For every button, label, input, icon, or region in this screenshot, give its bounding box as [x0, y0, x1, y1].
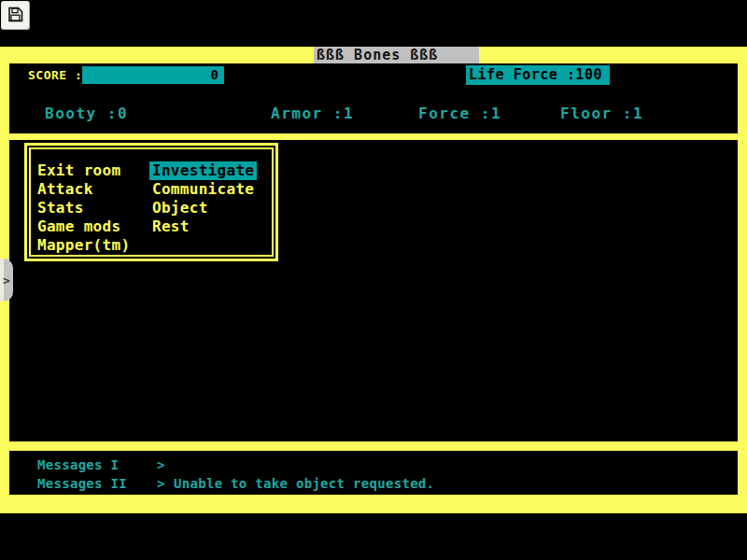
menu-item-rest[interactable]: Rest: [152, 217, 257, 236]
message-1-prompt: >: [157, 457, 165, 472]
message-2-text: Unable to take object requested.: [174, 476, 434, 491]
action-menu: Exit room Attack Stats Game mods Mapper(…: [24, 143, 278, 261]
life-force-badge: Life Force :100: [466, 65, 610, 85]
score-label: SCORE :: [28, 68, 82, 82]
menu-item-exit-room[interactable]: Exit room: [37, 161, 130, 180]
game-area-panel: Exit room Attack Stats Game mods Mapper(…: [9, 140, 738, 441]
menu-item-communicate[interactable]: Communicate: [152, 180, 257, 199]
game-frame: ßßß Bones ßßß SCORE : 0 Life Force :100 …: [0, 47, 747, 513]
stat-floor: Floor :1: [560, 105, 643, 122]
save-button[interactable]: [1, 1, 30, 30]
score-value: 0: [211, 67, 218, 82]
message-1-label: Messages I: [37, 457, 119, 472]
action-menu-border: Exit room Attack Stats Game mods Mapper(…: [29, 147, 274, 257]
stat-booty: Booty :0: [45, 105, 128, 122]
stat-armor: Armor :1: [271, 105, 354, 122]
score-bar: 0: [82, 66, 224, 84]
menu-item-investigate[interactable]: Investigate: [149, 161, 257, 180]
sidebar-expand-handle[interactable]: >: [0, 259, 13, 301]
hud-panel: SCORE : 0 Life Force :100 Booty :0 Armor…: [9, 63, 738, 133]
game-title: ßßß Bones ßßß: [314, 47, 479, 64]
menu-item-mapper[interactable]: Mapper(tm): [37, 236, 130, 255]
menu-column-left: Exit room Attack Stats Game mods Mapper(…: [37, 161, 130, 255]
chevron-right-icon: >: [3, 273, 10, 287]
menu-item-object[interactable]: Object: [152, 199, 257, 217]
message-2-prompt: >: [157, 476, 165, 491]
menu-column-right: Investigate Communicate Object Rest: [152, 161, 257, 236]
messages-panel: Messages I > Messages II > Unable to tak…: [9, 451, 738, 495]
screen: { "toolbar": { "save_icon": "floppy-disk…: [0, 0, 747, 560]
menu-item-stats[interactable]: Stats: [37, 199, 130, 217]
floppy-disk-icon: [7, 6, 24, 26]
menu-item-attack[interactable]: Attack: [37, 180, 130, 199]
menu-item-game-mods[interactable]: Game mods: [37, 217, 130, 236]
stat-force: Force :1: [418, 105, 501, 122]
message-2-label: Messages II: [37, 476, 127, 491]
